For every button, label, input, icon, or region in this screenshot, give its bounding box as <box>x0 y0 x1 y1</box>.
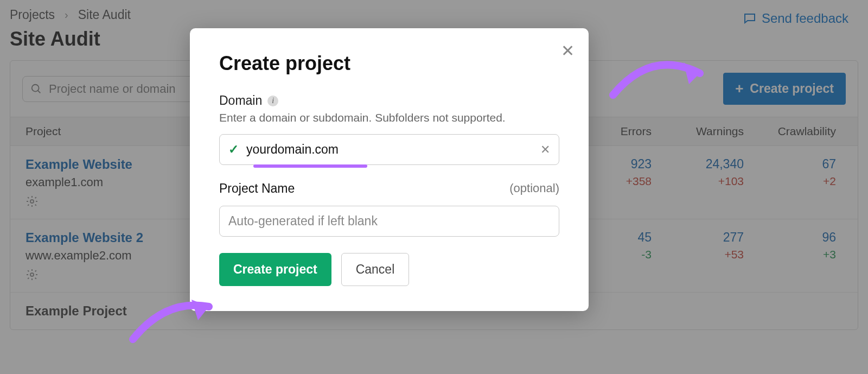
domain-hint: Enter a domain or subdomain. Subfolders … <box>219 111 559 124</box>
domain-label: Domain <box>219 93 262 108</box>
optional-label: (optional) <box>509 181 559 196</box>
project-name-placeholder: Auto-generated if left blank <box>228 214 378 229</box>
submit-button[interactable]: Create project <box>219 253 331 286</box>
cancel-button[interactable]: Cancel <box>341 253 410 286</box>
annotation-underline <box>253 164 367 168</box>
info-icon[interactable]: i <box>267 96 278 106</box>
project-name-label: Project Name <box>219 181 295 196</box>
project-name-field[interactable]: Auto-generated if left blank <box>219 206 559 237</box>
modal-title: Create project <box>219 52 559 75</box>
create-project-modal: ✕ Create project Domain i Enter a domain… <box>190 28 589 311</box>
clear-icon[interactable]: ✕ <box>540 143 550 157</box>
check-icon: ✓ <box>228 142 239 157</box>
domain-value: yourdomain.com <box>246 142 339 157</box>
close-icon[interactable]: ✕ <box>561 41 575 60</box>
domain-field[interactable]: ✓ yourdomain.com ✕ <box>219 134 559 165</box>
